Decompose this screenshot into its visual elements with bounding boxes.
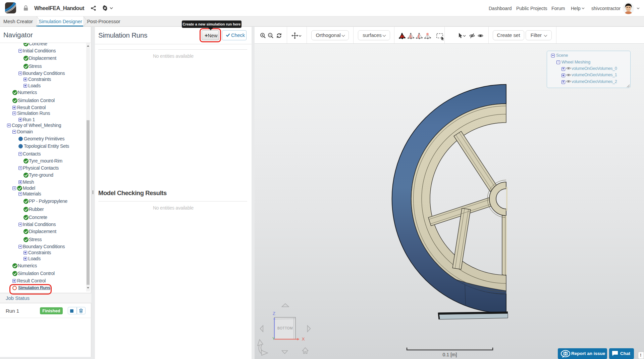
svg-text:0.1 [m]: 0.1 [m] [443, 352, 457, 357]
svg-text:Z: Z [273, 311, 275, 316]
svg-text:Y: Y [272, 336, 275, 341]
svg-text:BOTTOM: BOTTOM [277, 326, 293, 330]
svg-text:X: X [302, 336, 305, 342]
